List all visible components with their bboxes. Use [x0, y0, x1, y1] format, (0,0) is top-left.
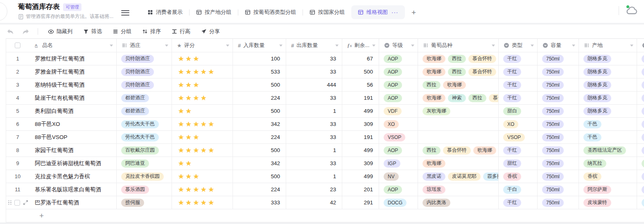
- cell-grapes[interactable]: 歌海娜西拉慕合怀特: [418, 52, 499, 65]
- cell-region[interactable]: 圣西纽法定产区: [579, 144, 637, 157]
- cell-remaining[interactable]: 499: [342, 105, 379, 117]
- row-checkbox[interactable]: [14, 200, 20, 206]
- cell-country[interactable]: 法国: [637, 183, 644, 196]
- cell-in_qty[interactable]: 342: [233, 157, 286, 170]
- view-tab-1[interactable]: 消费者展示: [141, 5, 189, 19]
- cell-winery[interactable]: 贝特朗酒庄: [117, 65, 172, 78]
- cell-remaining[interactable]: 499: [342, 144, 379, 157]
- column-dropdown-icon[interactable]: [165, 45, 168, 47]
- menu-button[interactable]: [121, 9, 129, 17]
- cell-volume[interactable]: 750ml: [538, 144, 579, 157]
- row-number-cell[interactable]: 3: [6, 78, 29, 91]
- row-number-cell[interactable]: 11: [6, 183, 29, 196]
- cell-rating[interactable]: ★★★★: [172, 92, 233, 104]
- cell-winery[interactable]: 百歌戴尔庄园: [117, 144, 172, 157]
- column-dropdown-icon[interactable]: [226, 45, 229, 47]
- cell-out_qty[interactable]: 1: [286, 105, 342, 117]
- column-header-remaining[interactable]: ƒx剩余...: [342, 39, 379, 52]
- cell-name[interactable]: 奥利甜白葡萄酒: [29, 105, 117, 117]
- add-row-button[interactable]: +: [6, 209, 644, 222]
- cell-type[interactable]: 甜红: [499, 157, 538, 170]
- cell-in_qty[interactable]: 500: [233, 105, 286, 117]
- cell-in_qty[interactable]: 500: [233, 144, 286, 157]
- column-dropdown-icon[interactable]: [335, 45, 339, 47]
- cell-winery[interactable]: 阿巴迪亚: [117, 157, 172, 170]
- cell-rating[interactable]: ★★: [172, 157, 233, 170]
- cell-remaining[interactable]: 309: [342, 118, 379, 130]
- cell-winery[interactable]: 都碧酒庄: [117, 105, 172, 117]
- cell-type[interactable]: 干红: [499, 78, 538, 91]
- cell-region[interactable]: 朗格多克: [579, 52, 637, 65]
- cell-region[interactable]: 纳瓦拉: [579, 157, 637, 170]
- expand-record-icon[interactable]: [23, 200, 28, 205]
- cell-grapes[interactable]: 黑皮诺皮诺莫尼耶霞多丽: [418, 170, 499, 183]
- cell-in_qty[interactable]: 533: [233, 65, 286, 78]
- cell-region[interactable]: 朗格多克: [579, 92, 637, 104]
- cell-grapes[interactable]: 灰歌海娜: [418, 105, 499, 117]
- cell-type[interactable]: 干白: [499, 183, 538, 196]
- cell-grade[interactable]: AOP: [379, 183, 418, 196]
- cell-grade[interactable]: AOP: [379, 144, 418, 157]
- cell-country[interactable]: 法国: [637, 144, 644, 157]
- column-header-winery[interactable]: 酒庄: [117, 39, 172, 52]
- row-number-cell[interactable]: 9: [6, 157, 29, 170]
- cell-name[interactable]: 阿巴迪亚祈祷甜桃红葡萄酒: [29, 157, 117, 170]
- cell-country[interactable]: 法国: [637, 92, 644, 104]
- cell-volume[interactable]: 750ml: [538, 92, 579, 104]
- cell-country[interactable]: 法国: [637, 131, 644, 143]
- cell-grade[interactable]: AOP: [379, 92, 418, 104]
- cell-grade[interactable]: VSOP: [379, 131, 418, 143]
- column-header-region[interactable]: 产地: [579, 39, 637, 52]
- cell-out_qty[interactable]: 33: [286, 157, 342, 170]
- cell-name[interactable]: 克拉皮卡黑色魅力香槟: [29, 170, 117, 183]
- row-number-cell[interactable]: 6: [6, 118, 29, 130]
- toolbar-button-group[interactable]: 分组: [113, 28, 131, 35]
- column-dropdown-icon[interactable]: [279, 45, 282, 47]
- cell-remaining[interactable]: 191: [342, 131, 379, 143]
- cell-name[interactable]: 88干邑VSOP: [29, 131, 117, 143]
- cell-type[interactable]: 干红: [499, 144, 538, 157]
- cell-country[interactable]: 法国: [637, 105, 644, 117]
- toolbar-button-sort[interactable]: 排序: [142, 28, 161, 35]
- cell-in_qty[interactable]: 100: [233, 52, 286, 65]
- cell-region[interactable]: 朗格多克: [579, 78, 637, 91]
- cell-grade[interactable]: VDF: [379, 105, 418, 117]
- column-header-out_qty[interactable]: #出库数量: [286, 39, 342, 52]
- column-dropdown-icon[interactable]: [372, 45, 375, 47]
- cell-in_qty[interactable]: 224: [233, 92, 286, 104]
- cell-winery[interactable]: 劳伦杰夫干邑: [117, 118, 172, 130]
- cell-out_qty[interactable]: 42: [286, 196, 342, 209]
- cell-in_qty[interactable]: 224: [233, 131, 286, 143]
- cell-in_qty[interactable]: 333: [233, 196, 286, 209]
- cell-name[interactable]: 塞纳特级干红葡萄酒: [29, 78, 117, 91]
- cell-rating[interactable]: ★★★: [172, 52, 233, 65]
- cell-region[interactable]: 香槟: [579, 170, 637, 183]
- cell-winery[interactable]: 劳伦杰夫干邑: [117, 131, 172, 143]
- cell-grapes[interactable]: 西拉歌海娜: [418, 78, 499, 91]
- view-tab-5[interactable]: 维格视图···: [351, 5, 405, 19]
- cell-grade[interactable]: DOCG: [379, 196, 418, 209]
- cell-grapes[interactable]: 西拉慕合怀特歌海娜: [418, 144, 499, 157]
- toolbar-button-eye[interactable]: 隐藏列: [48, 28, 72, 35]
- cell-rating[interactable]: ★★★: [172, 78, 233, 91]
- row-number-cell[interactable]: 10: [6, 170, 29, 183]
- cell-out_qty[interactable]: 1: [286, 144, 342, 157]
- cell-in_qty[interactable]: 500: [233, 170, 286, 183]
- sync-status-icon[interactable]: [625, 6, 638, 16]
- workspace-logo[interactable]: [0, 2, 7, 21]
- cell-winery[interactable]: 慕乐酒园: [117, 183, 172, 196]
- cell-remaining[interactable]: 309: [342, 157, 379, 170]
- cell-rating[interactable]: ★★★★★: [172, 118, 233, 130]
- cell-grade[interactable]: XO: [379, 118, 418, 130]
- cell-winery[interactable]: 都碧酒庄: [117, 92, 172, 104]
- toolbar-button-filter[interactable]: 筛选: [83, 28, 102, 35]
- cell-country[interactable]: 法国: [637, 170, 644, 183]
- view-tab-3[interactable]: 按葡萄酒类型分组: [238, 5, 303, 19]
- column-header-grapes[interactable]: 葡萄品种: [418, 39, 499, 52]
- cell-country[interactable]: 法国: [637, 118, 644, 130]
- cell-grapes[interactable]: 内比奥洛: [418, 196, 499, 209]
- cell-out_qty[interactable]: 33: [286, 92, 342, 104]
- cell-out_qty[interactable]: 444: [286, 78, 342, 91]
- avatar[interactable]: 星: [600, 4, 612, 17]
- cell-type[interactable]: 香槟: [499, 170, 538, 183]
